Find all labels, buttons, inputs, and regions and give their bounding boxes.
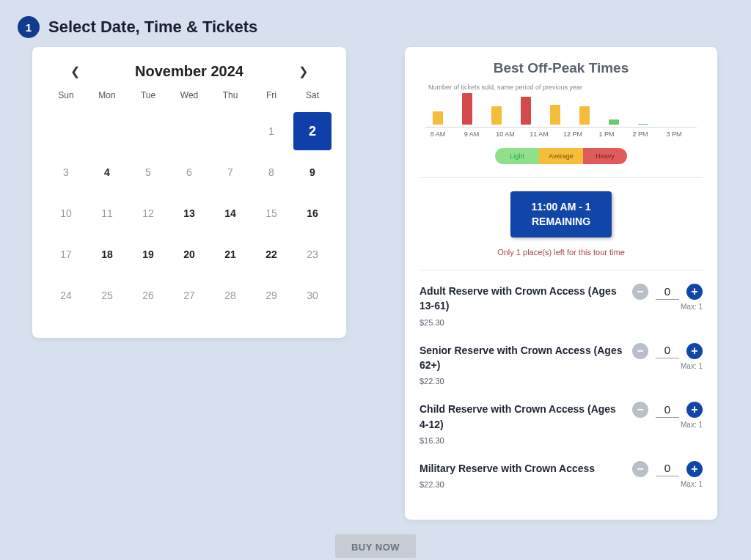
calendar-day[interactable]: 15: [251, 193, 292, 234]
timeslot-button[interactable]: 11:00 AM - 1 REMAINING: [510, 191, 611, 237]
divider: [420, 177, 703, 178]
legend-heavy: Heavy: [583, 148, 627, 164]
calendar-day[interactable]: 30: [292, 275, 333, 316]
calendar-day[interactable]: 8: [251, 152, 292, 193]
calendar-day[interactable]: 20: [169, 234, 210, 275]
qty-max-label: Max: 1: [681, 480, 703, 488]
calendar-day[interactable]: 17: [45, 234, 87, 275]
calendar-day[interactable]: 18: [87, 234, 128, 275]
step-title: Select Date, Time & Tickets: [48, 18, 257, 37]
calendar-day[interactable]: 7: [210, 152, 251, 193]
ticket-price: $16.30: [420, 436, 625, 445]
calendar-card: ❮ November 2024 ❯ SunMonTueWedThuFriSat …: [32, 47, 346, 338]
calendar-day-header: Wed: [169, 86, 210, 111]
ticket-row: Child Reserve with Crown Access (Ages 4-…: [405, 402, 717, 445]
qty-plus-button[interactable]: +: [686, 402, 703, 418]
chart-bar: [491, 106, 502, 125]
chart-x-tick: 12 PM: [563, 130, 582, 138]
calendar-day-header: Thu: [210, 86, 251, 111]
calendar-day[interactable]: 3: [45, 152, 87, 193]
calendar-day[interactable]: 5: [128, 152, 169, 193]
ticket-info: Military Reserve with Crown Access$22.30: [420, 461, 632, 489]
chart-bar: [609, 119, 619, 125]
calendar-day[interactable]: 26: [128, 275, 169, 316]
ticket-qty: −+Max: 1: [632, 461, 703, 488]
legend-light: Light: [495, 148, 539, 164]
qty-max-label: Max: 1: [681, 303, 703, 311]
calendar-prev-button[interactable]: ❮: [65, 62, 86, 81]
chart-subtitle: Number of tickets sold, same period of p…: [425, 84, 697, 91]
calendar-day-header: Fri: [251, 86, 292, 111]
calendar-day[interactable]: 10: [45, 193, 87, 234]
calendar-day[interactable]: 27: [169, 275, 210, 316]
chart-x-tick: 1 PM: [597, 130, 616, 138]
calendar-day[interactable]: 1: [251, 111, 292, 152]
qty-minus-button[interactable]: −: [632, 402, 648, 418]
ticket-name: Senior Reserve with Crown Access (Ages 6…: [420, 343, 625, 373]
ticket-name: Military Reserve with Crown Access: [420, 461, 625, 476]
qty-plus-button[interactable]: +: [686, 461, 703, 477]
divider: [420, 270, 703, 270]
qty-input[interactable]: [656, 402, 679, 418]
qty-plus-button[interactable]: +: [686, 343, 703, 359]
chart-bar: [521, 97, 531, 125]
calendar-grid: SunMonTueWedThuFriSat 123456789101112131…: [45, 86, 333, 316]
chart-x-tick: 11 AM: [530, 130, 549, 138]
calendar-day[interactable]: 29: [251, 275, 292, 316]
calendar-day-selected[interactable]: 2: [292, 111, 333, 152]
calendar-day[interactable]: 25: [87, 275, 128, 316]
calendar-day[interactable]: 21: [210, 234, 251, 275]
calendar-day: [128, 111, 169, 152]
availability-card: Best Off-Peak Times Number of tickets so…: [405, 47, 717, 520]
calendar-day[interactable]: 19: [128, 234, 169, 275]
calendar-day[interactable]: 23: [292, 234, 333, 275]
chart-x-tick: 2 PM: [631, 130, 650, 138]
chart-x-tick: 8 AM: [428, 130, 447, 138]
qty-input[interactable]: [656, 461, 679, 476]
calendar-day[interactable]: 14: [210, 193, 251, 234]
chart-legend: Light Average Heavy: [495, 148, 627, 164]
timeslot-line1: 11:00 AM - 1: [531, 201, 590, 213]
calendar-day[interactable]: 22: [251, 234, 292, 275]
qty-max-label: Max: 1: [681, 421, 703, 429]
qty-input[interactable]: [656, 343, 679, 358]
ticket-info: Adult Reserve with Crown Access (Ages 13…: [420, 284, 632, 327]
chart-bar: [433, 111, 443, 125]
ticket-list: Adult Reserve with Crown Access (Ages 13…: [405, 284, 717, 489]
chart-bar: [579, 106, 590, 125]
ticket-row: Military Reserve with Crown Access$22.30…: [405, 461, 717, 489]
calendar-day[interactable]: 6: [169, 152, 210, 193]
ticket-price: $25.30: [420, 318, 625, 327]
step-header: 1 Select Date, Time & Tickets: [12, 12, 739, 47]
calendar-day: [169, 111, 210, 152]
chart-bar: [638, 124, 648, 125]
ticket-info: Child Reserve with Crown Access (Ages 4-…: [420, 402, 632, 445]
calendar-day[interactable]: 28: [210, 275, 251, 316]
calendar-day[interactable]: 4: [87, 152, 128, 193]
chart-x-tick: 9 AM: [462, 130, 481, 138]
qty-max-label: Max: 1: [681, 362, 703, 370]
step-number-badge: 1: [18, 16, 40, 38]
ticket-qty: −+Max: 1: [632, 284, 703, 311]
buy-now-button[interactable]: BUY NOW: [335, 534, 416, 558]
ticket-info: Senior Reserve with Crown Access (Ages 6…: [420, 343, 632, 386]
calendar-day[interactable]: 12: [128, 193, 169, 234]
calendar-day[interactable]: 11: [87, 193, 128, 234]
calendar-day[interactable]: 13: [169, 193, 210, 234]
booking-panel: 1 Select Date, Time & Tickets ❮ November…: [12, 12, 739, 558]
qty-minus-button[interactable]: −: [632, 461, 648, 477]
calendar-next-button[interactable]: ❯: [293, 62, 314, 81]
qty-minus-button[interactable]: −: [632, 284, 648, 300]
calendar-day[interactable]: 16: [292, 193, 333, 234]
chart-bars: [425, 92, 697, 128]
qty-input[interactable]: [656, 284, 679, 300]
calendar-month-label: November 2024: [135, 63, 243, 80]
qty-minus-button[interactable]: −: [632, 343, 648, 359]
chart-title: Best Off-Peak Times: [425, 60, 697, 76]
ticket-name: Child Reserve with Crown Access (Ages 4-…: [420, 402, 625, 432]
ticket-name: Adult Reserve with Crown Access (Ages 13…: [420, 284, 625, 314]
calendar-day[interactable]: 9: [292, 152, 333, 193]
calendar-day[interactable]: 24: [45, 275, 87, 316]
timeslot-line2: REMAINING: [532, 215, 590, 227]
qty-plus-button[interactable]: +: [686, 284, 703, 300]
